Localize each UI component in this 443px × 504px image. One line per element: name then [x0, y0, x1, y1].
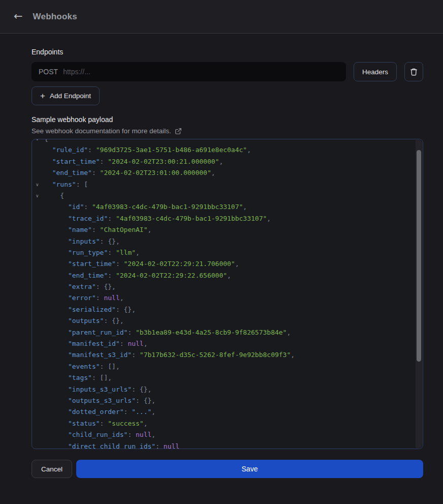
code-line: "end_time": "2024-02-02T23:01:00.000000"…: [32, 167, 423, 179]
cancel-button[interactable]: Cancel: [31, 460, 72, 478]
scrollbar-thumb[interactable]: [417, 150, 421, 362]
add-endpoint-button[interactable]: + Add Endpoint: [31, 86, 100, 105]
code-line: "name": "ChatOpenAI",: [32, 224, 423, 235]
back-button[interactable]: ←: [13, 10, 24, 23]
fold-chevron-icon[interactable]: ∨: [36, 139, 39, 144]
page-title: Webhooks: [33, 12, 77, 22]
headers-button[interactable]: Headers: [354, 62, 397, 81]
scrollbar-track[interactable]: [416, 140, 422, 448]
code-line: ∨ {: [32, 190, 423, 201]
docs-link-text: See webhook documentation for more detai…: [31, 127, 171, 135]
url-placeholder: https://...: [63, 68, 90, 76]
code-line: "end_time": "2024-02-02T22:29:22.656000"…: [32, 270, 423, 281]
http-method-label: POST: [39, 68, 58, 76]
docs-link[interactable]: See webhook documentation for more detai…: [31, 127, 182, 135]
payload-editor[interactable]: ∨{ "rule_id": "969d3725-3ae1-5751-b486-a…: [31, 139, 423, 449]
endpoint-url-input[interactable]: POST https://...: [31, 62, 346, 81]
fold-chevron-icon[interactable]: ∨: [36, 190, 39, 201]
trash-icon: [409, 68, 418, 76]
code-line: "extra": {},: [32, 281, 423, 292]
code-lines: ∨{ "rule_id": "969d3725-3ae1-5751-b486-a…: [32, 139, 423, 449]
add-endpoint-label: Add Endpoint: [50, 92, 91, 100]
main-content: Endpoints POST https://... Headers + Add…: [0, 34, 443, 478]
code-line: "child_run_ids": null,: [32, 429, 423, 440]
header: ← Webhooks: [0, 0, 443, 34]
endpoint-row: POST https://... Headers: [31, 62, 423, 81]
code-line: "outputs": {},: [32, 315, 423, 327]
fold-chevron-icon[interactable]: ∨: [36, 179, 39, 190]
save-button[interactable]: Save: [76, 460, 423, 478]
code-line: "trace_id": "4af03983-c4dc-479b-bac1-929…: [32, 213, 423, 224]
code-line: "tags": [],: [32, 372, 423, 383]
code-line: "error": null,: [32, 292, 423, 304]
code-line: "outputs_s3_urls": {},: [32, 395, 423, 406]
plus-icon: +: [40, 92, 45, 100]
code-line: "manifest_s3_id": "7b17b632-d35c-5262-8f…: [32, 349, 423, 361]
code-line: "start_time": "2024-02-02T23:00:21.00000…: [32, 156, 423, 167]
code-line: "status": "success",: [32, 418, 423, 429]
code-line: ∨ "runs": [: [32, 179, 423, 190]
external-link-icon: [175, 128, 182, 135]
endpoints-label: Endpoints: [31, 48, 423, 56]
code-line: "run_type": "llm",: [32, 247, 423, 258]
code-line: "events": [],: [32, 361, 423, 372]
code-line: "dotted_order": "...",: [32, 406, 423, 418]
delete-endpoint-button[interactable]: [404, 62, 423, 81]
payload-title: Sample webhook payload: [31, 115, 423, 124]
code-line: ∨{: [32, 139, 423, 144]
code-line: "inputs_s3_urls": {},: [32, 384, 423, 395]
code-line: "inputs": {},: [32, 236, 423, 247]
code-line: "id": "4af03983-c4dc-479b-bac1-9291bbc33…: [32, 201, 423, 213]
code-line: "rule_id": "969d3725-3ae1-5751-b486-a691…: [32, 144, 423, 156]
code-line: "start_time": "2024-02-02T22:29:21.70600…: [32, 258, 423, 270]
code-line: "manifest_id": null,: [32, 338, 423, 349]
code-line: "parent_run_id": "b3b1ea89-e43d-4a25-8cb…: [32, 327, 423, 338]
footer-actions: Cancel Save: [31, 460, 423, 478]
code-line: "direct_child_run_ids": null: [32, 441, 423, 449]
code-line: "serialized": {},: [32, 304, 423, 315]
